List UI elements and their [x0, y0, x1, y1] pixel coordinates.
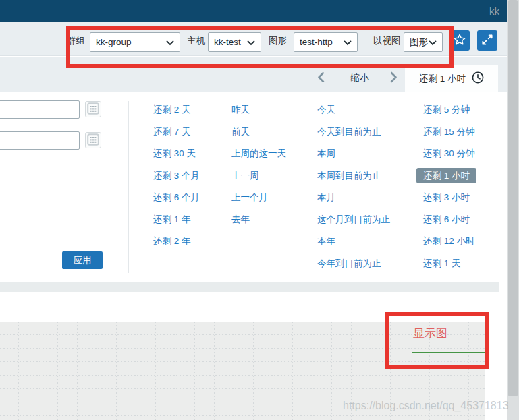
user-menu[interactable]: kk: [489, 5, 499, 17]
chevron-left-icon: [317, 71, 325, 85]
panel-divider: [128, 101, 129, 273]
quick-range-link[interactable]: 还剩 6 小时: [416, 209, 476, 231]
time-filter-panel: 应用 还剩 2 天 还剩 7 天 还剩 30 天 还剩 3 个月 还剩 6 个月…: [0, 92, 507, 282]
quick-range-link[interactable]: 还剩 2 年: [153, 231, 200, 253]
watermark-text: https://blog.csdn.net/qq_45371813: [343, 400, 509, 412]
quick-range-link[interactable]: 还剩 6 个月: [153, 187, 200, 209]
apply-button[interactable]: 应用: [62, 251, 103, 269]
quick-range-link[interactable]: 还剩 3 小时: [416, 187, 476, 209]
calendar-icon: [87, 133, 99, 148]
scrollbar[interactable]: [507, 0, 519, 420]
quick-range-link[interactable]: 还剩 15 分钟: [416, 121, 476, 144]
quick-range-link[interactable]: 还剩 30 分钟: [416, 143, 476, 165]
quick-range-column-2: 昨天 前天 上周的这一天 上一周 上一个月 去年: [231, 99, 286, 231]
time-from-input[interactable]: [0, 100, 80, 119]
quick-range-link[interactable]: 今天到目前为止: [317, 121, 390, 144]
quick-range-link-selected[interactable]: 还剩 1 小时: [416, 168, 476, 183]
calendar-to-button[interactable]: [85, 132, 101, 148]
time-range-tab-label: 还剩 1 小时: [419, 73, 466, 85]
section-separator: [0, 282, 499, 292]
scrollbar-thumb[interactable]: [508, 0, 518, 396]
quick-range-link[interactable]: 今年到目前为止: [317, 253, 390, 275]
quick-range-link[interactable]: 还剩 5 分钟: [416, 99, 476, 121]
quick-range-link[interactable]: 上周的这一天: [231, 143, 286, 165]
quick-range-link[interactable]: 还剩 30 天: [153, 143, 200, 165]
annotation-box-filters: [66, 26, 454, 68]
quick-range-link[interactable]: 还剩 3 个月: [153, 165, 200, 187]
time-forward-button[interactable]: [387, 71, 400, 85]
page: kk 群组 kk-group 主机 kk-test 图形 test-http 以…: [0, 0, 519, 420]
quick-range-link[interactable]: 上一个月: [231, 187, 286, 209]
zoom-out-button[interactable]: 缩小: [341, 72, 379, 84]
calendar-icon: [87, 102, 99, 117]
quick-range-link[interactable]: 去年: [231, 209, 286, 231]
quick-range-link[interactable]: 还剩 12 小时: [416, 231, 476, 253]
calendar-from-button[interactable]: [85, 101, 101, 117]
top-navigation-bar: kk: [0, 0, 507, 22]
fullscreen-button[interactable]: [477, 30, 497, 51]
quick-range-link[interactable]: 这个月到目前为止: [317, 209, 390, 231]
quick-range-link[interactable]: 还剩 2 天: [153, 99, 200, 121]
quick-range-link[interactable]: 还剩 1 年: [153, 209, 200, 231]
quick-range-column-1: 还剩 2 天 还剩 7 天 还剩 30 天 还剩 3 个月 还剩 6 个月 还剩…: [153, 99, 200, 253]
quick-range-link[interactable]: 还剩 1 天: [416, 253, 476, 275]
star-icon: [452, 32, 467, 49]
quick-range-link[interactable]: 本周到目前为止: [317, 165, 390, 187]
time-to-input[interactable]: [0, 131, 80, 150]
quick-range-link[interactable]: 上一周: [231, 165, 286, 187]
quick-range-link[interactable]: 本年: [317, 231, 390, 253]
quick-range-column-4: 还剩 5 分钟 还剩 15 分钟 还剩 30 分钟 还剩 1 小时 还剩 3 小…: [416, 99, 476, 274]
quick-range-link[interactable]: 本周: [317, 143, 390, 165]
quick-range-link[interactable]: 前天: [231, 121, 286, 144]
time-back-button[interactable]: [314, 71, 327, 85]
quick-range-link[interactable]: 本月: [317, 187, 390, 209]
chevron-right-icon: [390, 71, 398, 85]
quick-range-link[interactable]: 昨天: [231, 99, 286, 121]
graph-placeholder-label: 显示图: [413, 326, 447, 341]
clock-icon: [472, 71, 484, 86]
time-range-tab[interactable]: 还剩 1 小时: [405, 65, 498, 92]
expand-icon: [481, 33, 494, 49]
quick-range-link[interactable]: 还剩 7 天: [153, 121, 200, 144]
graph-series-line: [412, 352, 485, 353]
quick-range-link[interactable]: 今天: [317, 99, 390, 121]
quick-range-column-3: 今天 今天到目前为止 本周 本周到目前为止 本月 这个月到目前为止 本年 今年到…: [317, 99, 390, 274]
